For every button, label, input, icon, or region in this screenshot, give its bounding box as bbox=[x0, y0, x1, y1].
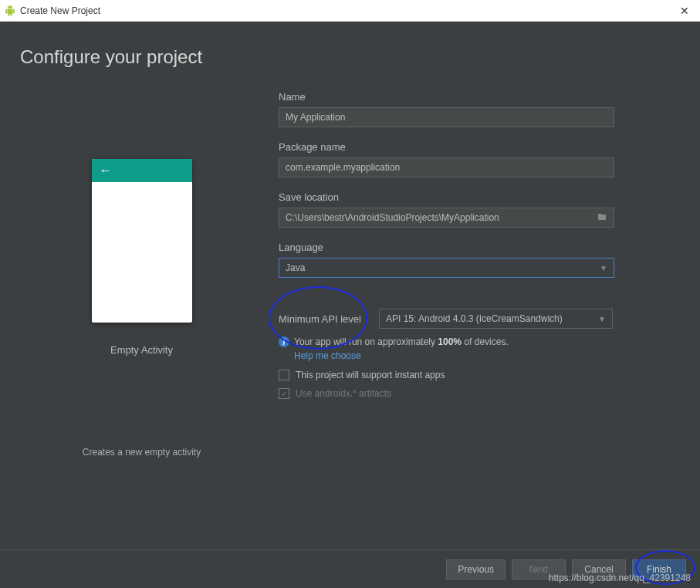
androidx-checkbox bbox=[279, 388, 289, 399]
main-panel: Configure your project ← Empty Activity … bbox=[0, 22, 700, 588]
compat-info: i Your app will run on approximately 100… bbox=[279, 336, 680, 347]
language-label: Language bbox=[279, 242, 680, 253]
window-title: Create New Project bbox=[20, 5, 100, 16]
androidx-row: Use androidx.* artifacts bbox=[279, 388, 680, 399]
help-me-choose-link[interactable]: Help me choose bbox=[294, 350, 361, 361]
save-location-input[interactable]: C:\Users\bestr\AndroidStudioProjects\MyA… bbox=[279, 208, 614, 228]
preview-description: Creates a new empty activity bbox=[83, 447, 201, 458]
instant-apps-checkbox[interactable] bbox=[279, 370, 289, 380]
footer: Previous Next Cancel Finish bbox=[0, 549, 700, 588]
phone-appbar: ← bbox=[92, 159, 192, 182]
finish-button[interactable]: Finish bbox=[632, 559, 686, 580]
preview-column: ← Empty Activity Creates a new empty act… bbox=[20, 91, 263, 458]
api-label: Minimum API level bbox=[279, 313, 371, 325]
info-icon: i bbox=[279, 336, 289, 347]
api-select[interactable]: API 15: Android 4.0.3 (IceCreamSandwich)… bbox=[379, 309, 613, 329]
save-location-label: Save location bbox=[279, 191, 680, 203]
name-label: Name bbox=[279, 91, 680, 103]
android-icon bbox=[5, 5, 15, 16]
back-arrow-icon: ← bbox=[100, 164, 112, 177]
save-location-text: C:\Users\bestr\AndroidStudioProjects\MyA… bbox=[286, 212, 592, 223]
previous-button[interactable]: Previous bbox=[446, 559, 506, 580]
phone-preview: ← bbox=[92, 159, 192, 323]
compat-suffix: of devices. bbox=[462, 336, 509, 347]
api-value: API 15: Android 4.0.3 (IceCreamSandwich) bbox=[386, 313, 563, 324]
language-select[interactable]: Java ▼ bbox=[279, 258, 614, 278]
instant-apps-row[interactable]: This project will support instant apps bbox=[279, 370, 680, 380]
name-input[interactable] bbox=[279, 107, 614, 127]
folder-icon[interactable] bbox=[592, 212, 607, 224]
page-title: Configure your project bbox=[0, 22, 700, 68]
next-button: Next bbox=[512, 559, 566, 580]
chevron-down-icon: ▼ bbox=[598, 315, 606, 323]
form-column: Name Package name Save location C:\Users… bbox=[279, 91, 680, 458]
cancel-button[interactable]: Cancel bbox=[572, 559, 626, 580]
close-icon[interactable]: ✕ bbox=[674, 5, 695, 17]
androidx-label: Use androidx.* artifacts bbox=[296, 388, 391, 399]
package-label: Package name bbox=[279, 141, 680, 153]
compat-prefix: Your app will run on approximately bbox=[294, 336, 438, 347]
language-value: Java bbox=[286, 262, 305, 273]
chevron-down-icon: ▼ bbox=[600, 264, 607, 272]
instant-apps-label: This project will support instant apps bbox=[296, 370, 445, 380]
titlebar: Create New Project ✕ bbox=[0, 0, 700, 22]
package-input[interactable] bbox=[279, 157, 614, 177]
compat-percent: 100% bbox=[438, 336, 462, 347]
preview-title: Empty Activity bbox=[110, 344, 173, 356]
